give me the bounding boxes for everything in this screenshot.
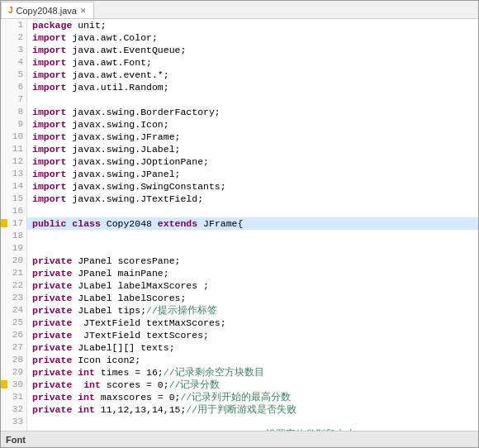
keyword: private <box>32 355 72 365</box>
code-text: JTextField textMaxScores; <box>72 317 225 328</box>
comment: //用于判断游戏是否失败 <box>186 404 296 415</box>
line-gutter: 1234567891011121314151617181920212223242… <box>1 19 27 431</box>
line-number: 3 <box>1 44 26 56</box>
code-line: private int 11,12,13,14,15;//用于判断游戏是否失败 <box>27 403 478 416</box>
keyword: import <box>32 156 66 167</box>
line-number: 31 <box>1 391 26 403</box>
code-text: JLabel labelMaxScores ; <box>72 280 209 291</box>
line-number: 8 <box>1 106 26 118</box>
code-text: java.awt.Color; <box>66 32 157 43</box>
keyword: import <box>32 82 66 93</box>
code-line: package unit; <box>27 19 478 31</box>
code-text: javax.swing.BorderFactory; <box>66 107 220 117</box>
line-number: 29 <box>1 366 26 379</box>
code-line: private JTextField textMaxScores; <box>27 317 478 329</box>
line-number: 12 <box>1 155 26 168</box>
line-number: 19 <box>1 242 26 255</box>
keyword: public <box>32 218 66 229</box>
keyword: import <box>32 181 66 192</box>
keyword: class <box>72 218 101 229</box>
code-text: unit; <box>72 20 106 31</box>
code-text: scores = 0; <box>101 379 169 390</box>
code-line: import javax.swing.JLabel; <box>27 143 478 155</box>
line-number: 21 <box>1 267 26 279</box>
code-line: private JPanel mainPane; <box>27 267 478 279</box>
keyword: private <box>32 367 72 378</box>
code-text: JTextField textScores; <box>72 330 209 341</box>
keyword: private <box>32 342 72 353</box>
code-line: import javax.swing.JFrame; <box>27 131 478 143</box>
line-number: 4 <box>1 56 26 69</box>
code-content[interactable]: package unit;import java.awt.Color;impor… <box>27 19 478 431</box>
code-text: java.awt.event.*; <box>66 69 168 80</box>
keyword: private <box>32 305 72 316</box>
code-text: javax.swing.SwingConstants; <box>66 181 225 192</box>
code-line: import java.awt.event.*; <box>27 69 478 81</box>
code-text: java.util.Random; <box>66 82 168 93</box>
keyword: private <box>32 317 72 328</box>
code-line: private int scores = 0;//记录分数 <box>27 379 478 391</box>
code-line: import java.util.Random; <box>27 81 478 93</box>
code-line: import java.awt.EventQueue; <box>27 44 478 56</box>
code-text: JPanel mainPane; <box>72 268 168 279</box>
code-line: private JLabel[][] texts; <box>27 341 478 354</box>
code-line: private JLabel labelScores; <box>27 292 478 304</box>
line-number: 27 <box>1 341 26 354</box>
line-number: 2 <box>1 31 26 44</box>
line-number: 15 <box>1 193 26 205</box>
line-number: 33 <box>1 416 26 428</box>
code-text: javax.swing.JPanel; <box>66 169 180 179</box>
keyword: int <box>78 367 95 378</box>
keyword: import <box>32 144 66 155</box>
code-text: times = 16; <box>95 367 164 378</box>
keyword: import <box>32 45 66 55</box>
code-line: private JLabel tips;//提示操作标签 <box>27 304 478 317</box>
code-line: import javax.swing.SwingConstants; <box>27 180 478 193</box>
code-line: public class Copy2048 extends JFrame{ <box>27 217 478 230</box>
line-number: 32 <box>1 403 26 416</box>
code-text: maxscores = 0; <box>95 392 181 403</box>
line-number: 1 <box>1 19 26 31</box>
code-line: import javax.swing.Icon; <box>27 118 478 131</box>
line-number: 16 <box>1 205 26 217</box>
keyword: private <box>32 404 72 415</box>
keyword: import <box>32 32 66 43</box>
tab-bar: J Copy2048.java ✕ <box>1 1 478 19</box>
code-line: private JPanel scoresPane; <box>27 255 478 267</box>
code-line: import javax.swing.BorderFactory; <box>27 106 478 118</box>
line-number: 13 <box>1 168 26 180</box>
keyword: private <box>32 268 72 279</box>
code-line: private Icon icon2; <box>27 354 478 366</box>
code-text: 11,12,13,14,15; <box>95 404 186 415</box>
keyword: int <box>78 404 95 415</box>
line-number: 7 <box>1 93 26 106</box>
line-number: 24 <box>1 304 26 317</box>
line-number: 11 <box>1 143 26 155</box>
code-text: JLabel labelScores; <box>72 293 186 303</box>
code-text: javax.swing.JTextField; <box>66 193 203 204</box>
code-text: JLabel[][] texts; <box>72 342 174 353</box>
keyword: import <box>32 69 66 80</box>
keyword: import <box>32 193 66 204</box>
keyword: private <box>32 379 72 390</box>
code-text: javax.swing.JOptionPane; <box>66 156 209 167</box>
tab-label: Copy2048.java <box>17 6 77 16</box>
line-number: 26 <box>1 329 26 341</box>
comment: //记录剩余空方块数目 <box>164 367 264 378</box>
comment: //记录列开始的最高分数 <box>180 392 291 403</box>
line-number: 6 <box>1 81 26 93</box>
code-line <box>27 93 478 106</box>
editor-area: 1234567891011121314151617181920212223242… <box>1 19 478 431</box>
font-label: Font <box>6 435 26 445</box>
code-line: import javax.swing.JTextField; <box>27 193 478 205</box>
code-line: import javax.swing.JOptionPane; <box>27 155 478 168</box>
code-line <box>27 416 478 428</box>
keyword: int <box>78 392 95 403</box>
code-text: java.awt.EventQueue; <box>66 45 186 55</box>
line-number: 25 <box>1 317 26 329</box>
code-text: JPanel scoresPane; <box>72 255 180 266</box>
code-text: javax.swing.Icon; <box>66 119 168 130</box>
editor-window: J Copy2048.java ✕ 1234567891011121314151… <box>0 0 479 448</box>
code-text: JFrame{ <box>197 218 243 229</box>
file-tab[interactable]: J Copy2048.java ✕ <box>1 2 94 18</box>
